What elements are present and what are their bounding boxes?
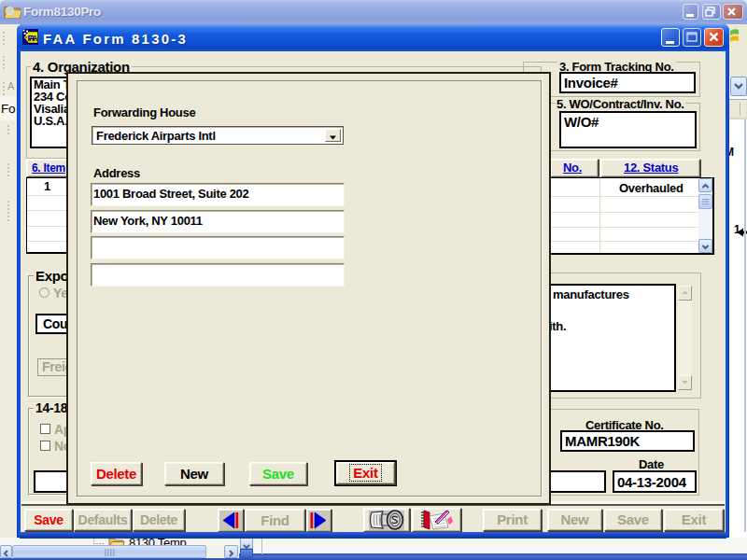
svg-text:FAA: FAA: [28, 34, 38, 43]
